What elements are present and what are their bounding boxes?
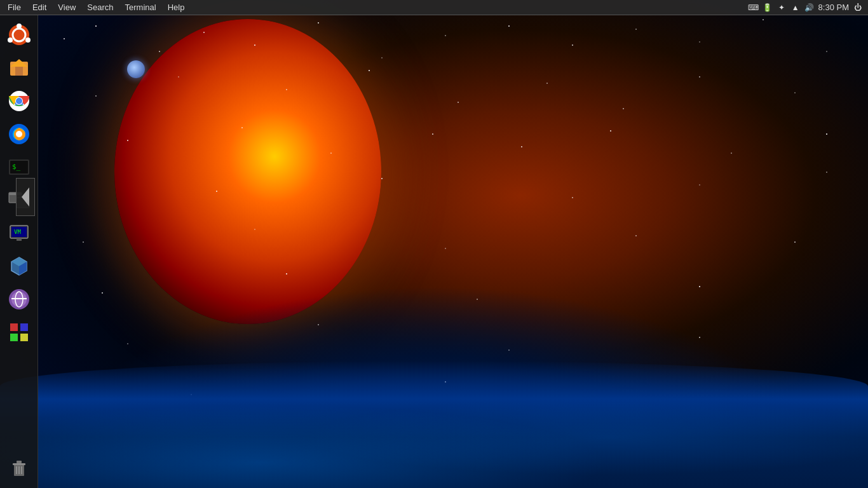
volume-icon: 🔊	[804, 3, 815, 13]
menu-terminal[interactable]: Terminal	[120, 1, 161, 13]
svg-point-2	[17, 24, 22, 29]
dock-files[interactable]	[4, 53, 34, 83]
menubar-right: ⌨ 🔋 ✦ ▲ 🔊 8:30 PM ⏻	[749, 3, 868, 13]
svg-point-4	[8, 37, 13, 43]
svg-rect-33	[20, 323, 28, 331]
svg-point-3	[25, 37, 31, 43]
menu-file[interactable]: File	[3, 1, 26, 13]
terminal-collapse-tab[interactable]	[16, 178, 35, 216]
menubar: File Edit View Search Terminal Help ⌨ 🔋 …	[0, 0, 868, 15]
menu-edit[interactable]: Edit	[27, 1, 51, 13]
dock: $_ VM	[0, 15, 38, 488]
svg-rect-38	[17, 461, 22, 463]
dock-firefox[interactable]	[4, 119, 34, 149]
menu-view[interactable]: View	[53, 1, 81, 13]
earth-surface	[0, 361, 868, 488]
svg-rect-32	[10, 323, 18, 331]
svg-text:$_: $_	[12, 163, 21, 171]
svg-marker-42	[22, 187, 29, 207]
svg-rect-37	[13, 463, 25, 465]
menubar-left: File Edit View Search Terminal Help	[0, 1, 189, 13]
dock-tiles[interactable]	[4, 318, 34, 347]
dock-trash[interactable]	[4, 452, 34, 482]
battery-icon: 🔋	[763, 3, 773, 13]
svg-text:VM: VM	[14, 229, 21, 235]
dock-browser2[interactable]	[4, 285, 34, 314]
bluetooth-icon: ✦	[776, 3, 787, 13]
clock: 8:30 PM	[818, 3, 849, 12]
dock-cube[interactable]	[4, 252, 34, 281]
svg-rect-34	[10, 334, 18, 341]
dock-chrome[interactable]	[4, 86, 34, 116]
keyboard-icon: ⌨	[749, 3, 759, 13]
network-icon: ▲	[790, 3, 801, 13]
svg-rect-35	[20, 334, 28, 341]
svg-point-11	[16, 98, 22, 104]
menu-help[interactable]: Help	[163, 1, 190, 13]
menu-search[interactable]: Search	[82, 1, 118, 13]
dock-vm[interactable]: VM	[4, 219, 34, 248]
svg-rect-24	[17, 238, 22, 241]
moon-visual	[127, 60, 145, 78]
svg-rect-7	[15, 67, 23, 76]
dock-ubuntu[interactable]	[4, 20, 34, 50]
svg-point-14	[16, 131, 22, 137]
power-icon[interactable]: ⏻	[853, 3, 863, 13]
svg-rect-30	[11, 298, 27, 299]
